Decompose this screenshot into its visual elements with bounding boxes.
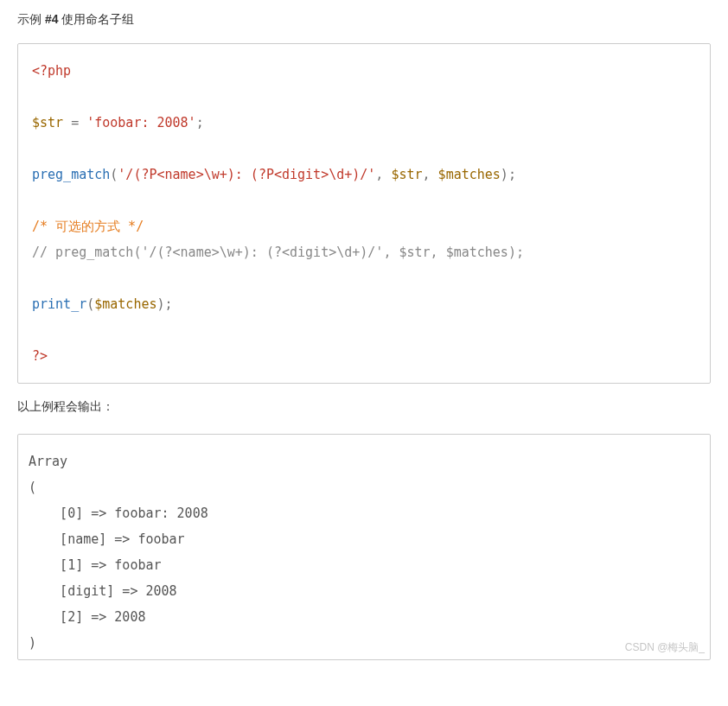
output-caption: 以上例程会输出： xyxy=(17,399,711,415)
paren-open: ( xyxy=(110,167,118,182)
output-text: Array ( [0] => foobar: 2008 [name] => fo… xyxy=(29,454,208,651)
example-title: 示例 #4 使用命名子组 xyxy=(17,12,711,28)
output-block: Array ( [0] => foobar: 2008 [name] => fo… xyxy=(17,434,711,660)
fn-print-r: print_r xyxy=(32,296,86,312)
variable-str: $str xyxy=(32,115,63,130)
fn-preg-match: preg_match xyxy=(32,167,110,182)
example-title-number: #4 xyxy=(45,12,59,26)
code-block-php: <?php $str = 'foobar: 2008'; preg_match(… xyxy=(17,43,711,384)
regex-string: '/(?P<name>\w+): (?P<digit>\d+)/' xyxy=(118,167,375,182)
paren-open: ( xyxy=(86,296,94,312)
line-comment: // preg_match('/(?<name>\w+): (?<digit>\… xyxy=(32,245,524,260)
example-title-prefix: 示例 xyxy=(17,12,45,26)
semicolon: ; xyxy=(508,167,516,182)
example-title-suffix: 使用命名子组 xyxy=(58,12,134,26)
variable-matches: $matches xyxy=(94,296,156,312)
semicolon: ; xyxy=(165,296,173,312)
php-close-tag: ?> xyxy=(32,348,48,364)
comma: , xyxy=(423,167,431,182)
semicolon: ; xyxy=(196,115,204,130)
php-open-tag: <?php xyxy=(32,63,71,79)
variable-str: $str xyxy=(391,167,422,182)
variable-matches: $matches xyxy=(438,167,501,182)
assign-operator: = xyxy=(71,115,79,130)
watermark: CSDN @梅头脑_ xyxy=(625,637,705,658)
string-literal: 'foobar: 2008' xyxy=(86,115,195,130)
paren-close: ) xyxy=(501,167,508,182)
paren-close: ) xyxy=(157,296,165,312)
multiline-comment: /* 可选的方式 */ xyxy=(32,219,144,234)
